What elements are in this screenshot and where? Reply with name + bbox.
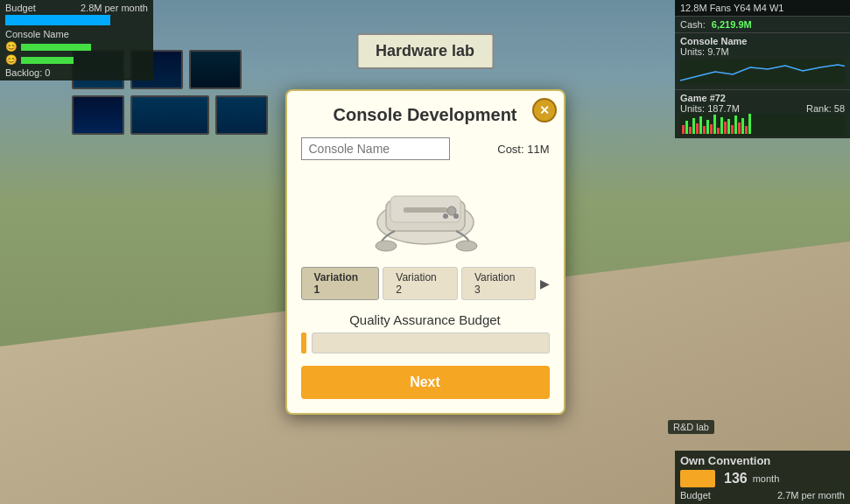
next-button[interactable]: Next xyxy=(301,366,550,399)
qa-slider-track[interactable] xyxy=(312,332,550,354)
console-name-input[interactable] xyxy=(301,137,450,160)
svg-rect-3 xyxy=(404,207,447,213)
modal-close-button[interactable]: ✕ xyxy=(532,98,557,122)
qa-slider-row xyxy=(287,332,564,362)
variation1-tab[interactable]: Variation 1 xyxy=(301,267,380,300)
console-image-container xyxy=(287,165,564,262)
variations-tabs: Variation 1 Variation 2 Variation 3 ▶ xyxy=(287,262,564,305)
modal-title: Console Development xyxy=(287,91,564,132)
qa-budget-label: Quality Assurance Budget xyxy=(287,305,564,332)
modal-name-row: Cost: 11M xyxy=(287,132,564,165)
svg-point-7 xyxy=(376,241,397,251)
svg-point-5 xyxy=(443,214,448,219)
svg-point-8 xyxy=(456,241,477,251)
console-svg xyxy=(369,174,482,253)
console-development-modal: ✕ Console Development Cost: 11M xyxy=(285,89,565,415)
modal-cost-label: Cost: 11M xyxy=(497,143,549,156)
modal-overlay: ✕ Console Development Cost: 11M xyxy=(0,0,850,504)
variation3-tab[interactable]: Variation 3 xyxy=(461,267,537,300)
variations-arrow[interactable]: ▶ xyxy=(540,276,550,290)
qa-bar-indicator xyxy=(301,332,306,354)
svg-point-6 xyxy=(453,214,459,219)
variation2-tab[interactable]: Variation 2 xyxy=(383,267,458,300)
